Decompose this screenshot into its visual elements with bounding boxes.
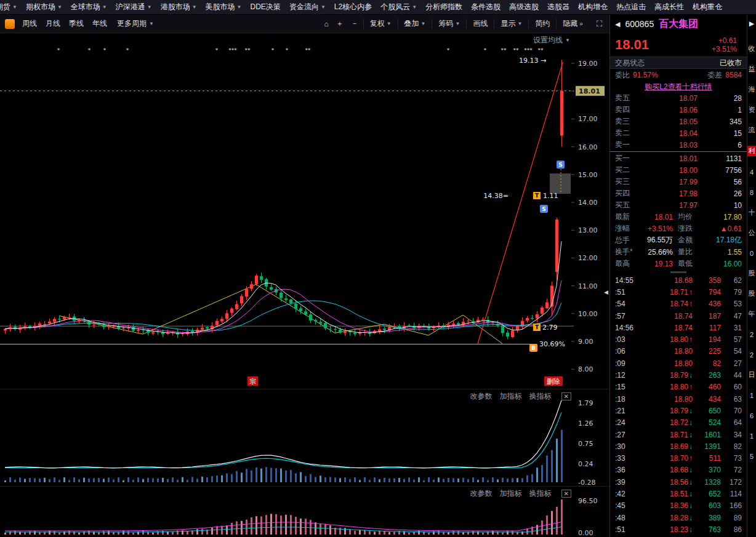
tick-count: 57 [721,335,742,344]
indicator-button-2[interactable]: 换指标 [529,391,552,402]
menu-item-2[interactable]: 全球市场▼ [66,0,111,14]
panel-scroll-handle[interactable] [610,269,747,274]
tool-label: 画线 [473,18,488,29]
chevron-down-icon: ▼ [321,4,326,10]
tool-button-1[interactable]: 叠加▼ [398,18,430,29]
svg-text:B: B [531,345,536,351]
menu-item-15[interactable]: 热点追击 [612,0,650,14]
side-tab-18[interactable]: 6 [750,405,754,426]
side-tab-19[interactable]: 1 [750,426,754,446]
menu-item-17[interactable]: 机构重仓 [688,0,726,14]
tick-time: :09 [615,359,638,368]
side-tab-7[interactable]: 8 [750,182,754,202]
menu-item-1[interactable]: 期权市场▼ [22,0,66,14]
side-tab-15[interactable]: 2 [750,344,754,365]
menu-item-4[interactable]: 港股市场▼ [156,0,201,14]
menu-item-16[interactable]: 高成长性 [650,0,688,14]
tool-button-2[interactable]: 筹码▼ [432,18,464,29]
indicator-button-1[interactable]: 加指标 [500,488,522,499]
indicator-panel-2[interactable]: 96.500.00 改参数加指标换指标✕ [0,486,609,537]
menu-item-13[interactable]: 选股器 [543,0,574,14]
ask-qty: 15 [709,129,742,138]
side-tab-14[interactable]: 2 [750,324,754,344]
svg-text:10.00: 10.00 [578,310,598,318]
side-tab-1[interactable]: 益 [749,59,755,79]
close-icon[interactable]: ✕ [561,490,571,498]
side-tab-9[interactable]: 公 [749,223,755,243]
prev-stock-icon[interactable]: ◀ [615,20,620,28]
home-icon[interactable]: ⌂ [321,20,331,28]
period-tab-0[interactable]: 周线 [18,17,41,30]
more-periods-button[interactable]: 更多周期 ▼ [115,17,156,30]
side-tab-10[interactable]: 0 [750,243,754,263]
tool-button-4[interactable]: 显示▼ [494,18,526,29]
side-tab-20[interactable]: 5 [750,446,754,466]
menu-item-10[interactable]: 分析师指数 [421,0,467,14]
period-tab-3[interactable]: 年线 [89,17,111,30]
fullscreen-icon[interactable]: ⛶ [594,19,605,29]
tick-volume: 434 [693,395,721,404]
side-tab-5[interactable]: 利 [747,146,756,156]
tick-price-value: 18.74 [674,324,693,332]
main-kline-svg[interactable]: *************************19.13 →SSBTT14.… [0,33,609,389]
indicator-button-2[interactable]: 换指标 [529,488,552,499]
tool-button-6[interactable]: 隐藏» [556,18,587,29]
weibi-row: 委比 91.57% 委差 8584 [610,69,747,81]
side-tab-3[interactable]: 资 [749,100,755,120]
l2-upgrade-link[interactable]: 购买L2查看十档行情 [645,82,712,92]
close-icon[interactable]: ✕ [561,392,571,400]
menu-item-12[interactable]: 高级选股 [505,0,543,14]
tick-row: :0318.80↑19457 [610,333,747,345]
menu-item-0[interactable]: 期货▼ [0,0,22,14]
period-tab-2[interactable]: 季线 [65,17,87,30]
side-tab-0[interactable]: 收 [749,39,755,59]
tick-list[interactable]: 14:5518.6835862:5118.71↑79479:5418.74↑43… [610,274,747,537]
menu-item-8[interactable]: L2核心内参 [330,0,376,14]
side-tab-16[interactable]: 日 [749,365,755,385]
side-tab-2[interactable]: 海 [749,79,755,100]
svg-text:*: * [447,47,450,54]
menu-item-11[interactable]: 条件选股 [467,0,505,14]
svg-text:宗: 宗 [249,378,256,386]
panel-resize-icon[interactable]: ◀ [604,289,608,295]
tool-button-3[interactable]: 画线 [466,18,491,29]
menu-item-6[interactable]: DDE决策 [246,0,285,14]
period-tab-1[interactable]: 月线 [42,17,64,30]
zoom-out-icon[interactable]: － [348,18,361,29]
side-tab-4[interactable]: 流 [749,120,755,140]
tick-volume: 794 [693,288,721,296]
zoom-in-icon[interactable]: ＋ [334,18,346,29]
side-tab-12[interactable]: 股 [749,284,755,304]
indicator-button-0[interactable]: 改参数 [470,391,493,402]
menu-item-7[interactable]: 资金流向▼ [285,0,330,14]
tick-volume: 82 [693,359,721,368]
tick-count: 44 [721,371,742,380]
stat-row: 最新18.01均价17.80 [610,211,747,223]
side-tab-17[interactable]: 1 [750,385,754,405]
menu-item-14[interactable]: 机构增仓 [574,0,612,14]
next-stock-icon[interactable]: ▶ [749,20,754,28]
period-tabs: 周线月线季线年线 [18,17,111,30]
menu-item-label: 选股器 [547,2,569,12]
kline-mode-icon[interactable] [5,19,15,29]
main-chart-area[interactable]: *************************19.13 →SSBTT14.… [0,33,609,389]
menu-item-3[interactable]: 沪深港通▼ [111,0,156,14]
side-tab-13[interactable]: 年 [749,304,755,324]
tool-button-0[interactable]: 复权▼ [363,18,395,29]
ma-settings-button[interactable]: 设置均线 ▼ [533,35,570,46]
stat-label: 均价 [678,212,701,222]
indicator-button-0[interactable]: 改参数 [470,488,493,499]
indicator-panel-1[interactable]: 1.791.260.750.24-0.28 改参数加指标换指标✕ [0,389,609,486]
bid-qty: 56 [709,178,742,186]
menu-item-9[interactable]: 个股风云▼ [376,0,421,14]
menu-item-5[interactable]: 美股市场▼ [201,0,246,14]
indicator1-svg[interactable]: 1.791.260.750.24-0.28 [0,389,609,487]
side-tab-11[interactable]: 股 [749,263,755,284]
tool-label: 简约 [535,18,550,29]
tool-button-5[interactable]: 简约 [528,18,553,29]
indicator-button-1[interactable]: 加指标 [500,391,522,402]
tick-volume: 1601 [693,431,721,439]
side-tab-6[interactable]: 4 [750,162,754,182]
side-tab-8[interactable]: 十 [749,202,755,223]
tick-time: :54 [615,300,638,308]
